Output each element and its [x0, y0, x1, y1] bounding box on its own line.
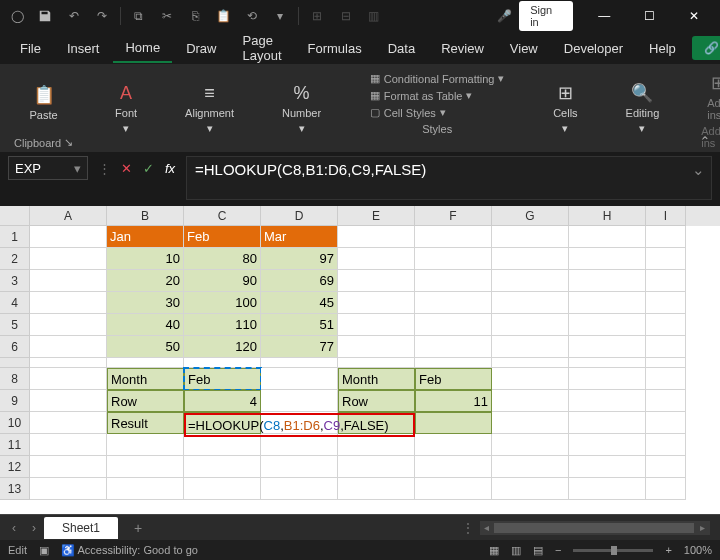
cell[interactable] — [30, 336, 107, 358]
cell[interactable] — [646, 226, 686, 248]
cell-D1[interactable]: Mar — [261, 226, 338, 248]
cell[interactable] — [492, 358, 569, 368]
cell[interactable] — [646, 368, 686, 390]
row-10[interactable]: 10 — [0, 412, 30, 434]
addins-button[interactable]: ⊞ Add-ins — [701, 68, 720, 125]
menu-draw[interactable]: Draw — [174, 35, 228, 62]
cell[interactable] — [415, 226, 492, 248]
menu-formulas[interactable]: Formulas — [296, 35, 374, 62]
cell[interactable] — [338, 434, 415, 456]
cell[interactable] — [184, 434, 261, 456]
menu-help[interactable]: Help — [637, 35, 688, 62]
cell[interactable] — [338, 456, 415, 478]
select-all-corner[interactable] — [0, 206, 30, 226]
cell[interactable] — [492, 336, 569, 358]
enter-icon[interactable]: ✓ — [138, 156, 158, 180]
menu-view[interactable]: View — [498, 35, 550, 62]
cell[interactable] — [338, 314, 415, 336]
cell[interactable] — [415, 270, 492, 292]
cell[interactable] — [415, 248, 492, 270]
cell[interactable] — [646, 434, 686, 456]
copy-icon[interactable]: ⎘ — [182, 2, 208, 30]
qc4-icon[interactable]: ⟲ — [239, 2, 265, 30]
cell-B9[interactable]: Row — [107, 390, 184, 412]
cell[interactable] — [261, 368, 338, 390]
cell[interactable] — [30, 456, 107, 478]
cell[interactable] — [569, 434, 646, 456]
cell[interactable] — [415, 434, 492, 456]
cell[interactable] — [338, 226, 415, 248]
col-I[interactable]: I — [646, 206, 686, 226]
menu-home[interactable]: Home — [113, 34, 172, 63]
cell[interactable] — [338, 478, 415, 500]
format-table-button[interactable]: ▦ Format as Table ▾ — [370, 89, 505, 102]
cell-B4[interactable]: 30 — [107, 292, 184, 314]
cell[interactable] — [492, 226, 569, 248]
minimize-icon[interactable]: — — [583, 0, 626, 32]
cell[interactable] — [184, 456, 261, 478]
fx-icon[interactable]: fx — [160, 156, 180, 180]
row-2[interactable]: 2 — [0, 248, 30, 270]
cell[interactable] — [569, 314, 646, 336]
cell[interactable] — [646, 456, 686, 478]
view-pagebreak-icon[interactable]: ▤ — [533, 544, 543, 557]
cell-C9[interactable]: 4 — [184, 390, 261, 412]
menu-file[interactable]: File — [8, 35, 53, 62]
cell[interactable] — [338, 358, 415, 368]
cell[interactable] — [646, 292, 686, 314]
cell-C4[interactable]: 100 — [184, 292, 261, 314]
cell[interactable] — [338, 292, 415, 314]
cell[interactable] — [492, 390, 569, 412]
zoom-percent[interactable]: 100% — [684, 544, 712, 556]
cell[interactable] — [569, 390, 646, 412]
paste-button[interactable]: 📋 Paste — [23, 80, 63, 125]
row-1[interactable]: 1 — [0, 226, 30, 248]
cell[interactable] — [107, 456, 184, 478]
sheet-prev-icon[interactable]: ‹ — [4, 521, 24, 535]
add-sheet-icon[interactable]: + — [118, 520, 158, 536]
font-button[interactable]: A Font ▾ — [109, 79, 143, 139]
col-B[interactable]: B — [107, 206, 184, 226]
dialog-launcher-icon[interactable]: ↘ — [64, 136, 73, 149]
cell-F8[interactable]: Feb — [415, 368, 492, 390]
col-H[interactable]: H — [569, 206, 646, 226]
col-F[interactable]: F — [415, 206, 492, 226]
qc8-icon[interactable]: ▥ — [361, 2, 387, 30]
qc-icon[interactable]: ⧉ — [126, 2, 152, 30]
signin-button[interactable]: Sign in — [519, 1, 573, 31]
cell[interactable] — [569, 292, 646, 314]
row-11[interactable]: 11 — [0, 434, 30, 456]
col-G[interactable]: G — [492, 206, 569, 226]
col-D[interactable]: D — [261, 206, 338, 226]
cell[interactable] — [569, 226, 646, 248]
cell[interactable] — [646, 478, 686, 500]
cell[interactable] — [30, 292, 107, 314]
cell[interactable] — [184, 358, 261, 368]
cell-D5[interactable]: 51 — [261, 314, 338, 336]
expand-formula-icon[interactable]: ⌄ — [692, 161, 705, 179]
cell-C2[interactable]: 80 — [184, 248, 261, 270]
cell-D3[interactable]: 69 — [261, 270, 338, 292]
cell-B1[interactable]: Jan — [107, 226, 184, 248]
zoom-out-icon[interactable]: − — [555, 544, 561, 556]
row-13[interactable]: 13 — [0, 478, 30, 500]
cell[interactable] — [107, 358, 184, 368]
row-6[interactable]: 6 — [0, 336, 30, 358]
cell[interactable] — [492, 412, 569, 434]
cell-B2[interactable]: 10 — [107, 248, 184, 270]
cell[interactable] — [569, 270, 646, 292]
horizontal-scrollbar[interactable]: ◂▸ — [480, 521, 710, 535]
cell-styles-button[interactable]: ▢ Cell Styles ▾ — [370, 106, 505, 119]
cell-C6[interactable]: 120 — [184, 336, 261, 358]
cell[interactable] — [30, 270, 107, 292]
share-button[interactable]: 🔗Share — [692, 36, 720, 60]
cell[interactable] — [415, 336, 492, 358]
close-icon[interactable]: ✕ — [673, 0, 716, 32]
cell-B3[interactable]: 20 — [107, 270, 184, 292]
cell[interactable] — [646, 314, 686, 336]
cell[interactable] — [569, 478, 646, 500]
maximize-icon[interactable]: ☐ — [628, 0, 671, 32]
cell[interactable] — [646, 336, 686, 358]
cell[interactable] — [261, 390, 338, 412]
cell[interactable] — [646, 248, 686, 270]
